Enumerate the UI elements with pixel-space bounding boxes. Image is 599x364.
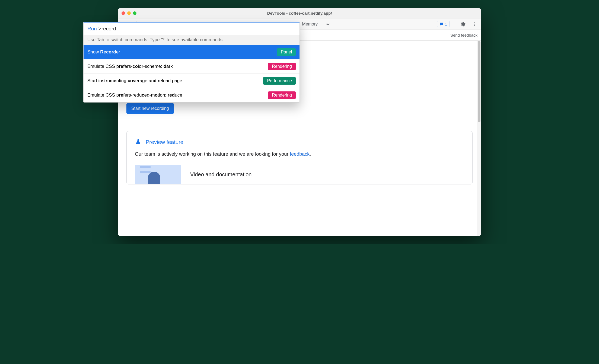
command-menu: Run >record Use Tab to switch commands. …	[83, 22, 300, 103]
window-title: DevTools - coffee-cart.netlify.app/	[118, 11, 481, 15]
command-query: >record	[98, 26, 116, 32]
svg-point-3	[474, 22, 475, 23]
messages-badge[interactable]: 1	[437, 21, 450, 27]
command-item-show-recorder[interactable]: Show Recorder Panel	[84, 45, 300, 59]
command-item-reduced-motion[interactable]: Emulate CSS prefers-reduced-motion: redu…	[84, 88, 300, 102]
command-item-label: Emulate CSS prefers-color-scheme: dark	[87, 64, 173, 69]
command-badge: Panel	[277, 48, 296, 56]
titlebar: DevTools - coffee-cart.netlify.app/	[118, 8, 481, 18]
preview-feature-body: Our team is actively working on this fea…	[135, 151, 464, 157]
scrollbar[interactable]	[477, 41, 481, 236]
divider	[454, 21, 454, 27]
settings-icon[interactable]	[458, 18, 467, 30]
run-label: Run	[87, 26, 97, 32]
flask-icon	[135, 138, 141, 146]
traffic-lights	[118, 11, 136, 15]
video-thumbnail[interactable]	[135, 165, 181, 184]
command-item-emulate-dark[interactable]: Emulate CSS prefers-color-scheme: dark R…	[84, 59, 300, 74]
tab-memory[interactable]: Memory	[302, 18, 318, 30]
close-window-button[interactable]	[122, 11, 125, 15]
maximize-window-button[interactable]	[133, 11, 136, 15]
preview-feature-card: Preview feature Our team is actively wor…	[126, 131, 473, 184]
preview-feature-heading: Preview feature	[146, 139, 183, 145]
more-tabs-icon[interactable]	[325, 18, 331, 30]
command-badge: Rendering	[268, 63, 296, 70]
start-new-recording-button[interactable]: Start new recording	[126, 103, 174, 114]
send-feedback-link[interactable]: Send feedback	[450, 33, 477, 37]
minimize-window-button[interactable]	[127, 11, 131, 15]
kebab-menu-icon[interactable]	[470, 18, 479, 30]
command-item-label: Show Recorder	[87, 49, 120, 55]
command-input-row[interactable]: Run >record	[84, 22, 300, 35]
feedback-link[interactable]: feedback	[290, 151, 310, 157]
command-item-label: Emulate CSS prefers-reduced-motion: redu…	[87, 92, 182, 98]
command-item-label: Start instrumenting coverage and reload …	[87, 78, 182, 84]
message-count: 1	[445, 22, 447, 26]
command-badge: Performance	[263, 77, 296, 85]
command-badge: Rendering	[268, 91, 296, 99]
media-title: Video and documentation	[190, 171, 251, 178]
command-item-coverage[interactable]: Start instrumenting coverage and reload …	[84, 74, 300, 88]
svg-point-5	[474, 25, 475, 26]
command-hint: Use Tab to switch commands. Type '?' to …	[84, 35, 300, 45]
svg-point-4	[474, 24, 475, 24]
